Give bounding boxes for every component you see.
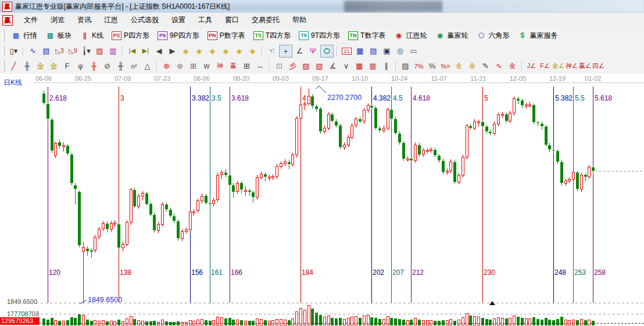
winner-wheel-button[interactable]: ◉赢家轮 (431, 30, 472, 42)
gann-line-5.618[interactable] (593, 87, 593, 303)
candle-body[interactable] (145, 194, 148, 204)
gold-circle-tool[interactable]: 金 (453, 60, 465, 72)
candle-body[interactable] (102, 223, 105, 229)
candle-body[interactable] (220, 172, 223, 175)
gold-lines-tool[interactable]: 金 (466, 60, 478, 72)
candle-body[interactable] (311, 96, 314, 106)
candle-body[interactable] (216, 175, 219, 200)
ying-gann-tool[interactable]: 赢 (227, 60, 239, 72)
grid-123-tool[interactable]: ⊞ (241, 60, 253, 72)
shen-gann-tool[interactable]: 神 (214, 60, 226, 72)
hexagon-button[interactable]: ⬡六角形 (472, 30, 513, 42)
candle-body[interactable] (398, 134, 401, 142)
four-angle-tool[interactable]: 四∠ (592, 60, 604, 72)
trend-pattern-icon[interactable]: ∿ (27, 45, 39, 57)
first-page-button[interactable]: |◀ (126, 45, 138, 57)
candle-body[interactable] (299, 105, 302, 119)
candle-body[interactable] (414, 145, 417, 161)
menu-item-资讯[interactable]: 资讯 (71, 13, 98, 27)
percent-lines-tool[interactable]: %= (439, 60, 452, 72)
zoom-out-x-button[interactable]: ◈ (180, 45, 192, 57)
candle-body[interactable] (584, 175, 587, 177)
toolbar-grip[interactable] (2, 30, 5, 41)
candle-body[interactable] (288, 162, 291, 164)
9p-square-button[interactable]: P99P四方形 (153, 30, 203, 42)
candle-body[interactable] (422, 150, 425, 155)
candle-body[interactable] (161, 204, 164, 225)
candle-body[interactable] (556, 151, 559, 162)
candle-body[interactable] (588, 167, 591, 177)
candle-body[interactable] (66, 146, 69, 153)
candle-body[interactable] (359, 119, 362, 121)
candle-body[interactable] (528, 105, 531, 106)
candle-body[interactable] (248, 191, 251, 192)
bars-3-icon[interactable]: ◺3 (53, 45, 66, 57)
candle-body[interactable] (157, 224, 160, 231)
candle-body[interactable] (406, 159, 409, 160)
candle-body[interactable] (137, 196, 140, 207)
candle-body[interactable] (86, 249, 89, 251)
zoom-in-x-button[interactable]: ◈ (193, 45, 205, 57)
candle-body[interactable] (390, 110, 393, 119)
gold-section-ruler-tool[interactable]: 金 (48, 60, 60, 72)
gann-wheel-button[interactable]: ◉江恩轮 (389, 30, 431, 42)
gann-line-5.382[interactable] (553, 87, 554, 303)
gann-line-3.382[interactable] (190, 87, 191, 303)
candle-body[interactable] (228, 175, 231, 185)
candle-body[interactable] (252, 192, 255, 197)
candle-body[interactable] (592, 167, 595, 171)
candle-body[interactable] (54, 143, 57, 156)
candle-body[interactable] (46, 104, 49, 119)
candle-body[interactable] (469, 126, 472, 128)
f-angle-tool[interactable]: F∠ (539, 60, 551, 72)
candle-body[interactable] (256, 177, 259, 198)
quote-button[interactable]: ▦行情 (7, 30, 41, 42)
shen-angle-tool[interactable]: 神∠ (566, 60, 578, 72)
info-panel-icon[interactable]: ▤ (40, 45, 52, 57)
candle-body[interactable] (130, 189, 133, 223)
menu-item-江恩[interactable]: 江恩 (98, 13, 124, 27)
candle-body[interactable] (509, 113, 511, 121)
toolbar-grip[interactable] (2, 60, 5, 71)
candle-body[interactable] (473, 121, 476, 128)
fib-ruler-tool[interactable]: F (61, 60, 73, 72)
t-square-button[interactable]: TST四方形 (249, 30, 295, 42)
candle-body[interactable] (378, 128, 381, 130)
gann-grid-circle-tool[interactable]: ⊞ (187, 60, 199, 72)
last-page-button[interactable]: ▶| (139, 45, 152, 57)
t-number-button[interactable]: TNT数字表 (344, 30, 389, 42)
candle-body[interactable] (493, 124, 496, 134)
fib-panel-tool[interactable]: ▤ (399, 60, 412, 72)
candle-body[interactable] (572, 172, 575, 180)
candle-style-dropdown[interactable]: ╽▾ (80, 45, 92, 57)
gann-line-5[interactable] (482, 87, 483, 303)
9t-square-button[interactable]: T99T四方形 (295, 30, 344, 42)
hand-tool-button[interactable]: ☜ (266, 45, 278, 57)
p-square-button[interactable]: PSP四方形 (108, 30, 153, 42)
candle-body[interactable] (477, 121, 480, 123)
p-number-button[interactable]: PNP数字表 (203, 30, 249, 42)
candle-body[interactable] (209, 203, 212, 204)
menu-item-交易委托[interactable]: 交易委托 (245, 13, 286, 27)
candle-body[interactable] (169, 210, 172, 216)
parallel-lines-tool[interactable]: ∥ (380, 60, 392, 72)
ying-angle-tool[interactable]: 赢∠ (579, 60, 591, 72)
time-ticks-tool[interactable]: ╫ (115, 60, 127, 72)
candle-body[interactable] (62, 145, 65, 147)
candle-body[interactable] (335, 121, 338, 126)
menu-item-公式选股[interactable]: 公式选股 (124, 13, 165, 27)
candle-body[interactable] (394, 119, 397, 133)
kline-button[interactable]: ∥K线 (76, 30, 108, 42)
price-grid-tool[interactable]: ▦ (353, 60, 366, 72)
candle-body[interactable] (339, 126, 342, 147)
candle-body[interactable] (402, 143, 405, 159)
candle-body[interactable] (374, 108, 377, 128)
menu-item-窗口[interactable]: 窗口 (219, 13, 245, 27)
candle-body[interactable] (466, 126, 468, 157)
candle-body[interactable] (497, 114, 500, 124)
gann-line-3[interactable] (119, 87, 119, 303)
candle-body[interactable] (149, 204, 152, 214)
gann-line-3.5[interactable] (210, 87, 210, 303)
gold-underline-tool[interactable]: 金 (506, 60, 518, 72)
export-web-icon[interactable]: ◎ (394, 45, 406, 57)
